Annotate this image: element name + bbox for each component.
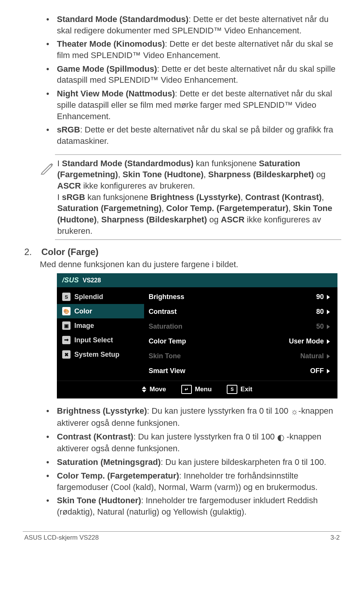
mode-night: Night View Mode (Nattmodus): Dette er de… <box>57 88 341 122</box>
t: Sharpness (Bildeskarphet) <box>101 215 207 224</box>
param-contrast: Contrast (Kontrast): Du kan justere lyss… <box>57 431 341 454</box>
row-contrast[interactable]: Contrast80 <box>148 304 331 319</box>
menu-image[interactable]: ▣Image <box>57 318 144 333</box>
mode-srgb-title: sRGB <box>57 125 80 134</box>
section-2-desc: Med denne funksjonen kan du justere farg… <box>40 260 341 269</box>
input-icon: ⮕ <box>62 336 71 344</box>
mode-standard: Standard Mode (Standardmodus): Dette er … <box>57 14 341 36</box>
section-2-number: 2. <box>23 247 41 257</box>
menu-splendid[interactable]: SSplendid <box>57 290 144 304</box>
t: Contrast (Kontrast) <box>245 192 322 202</box>
footer-menu[interactable]: ↵ Menu <box>181 385 212 394</box>
t: , <box>162 203 166 213</box>
param-colortemp-title: Color Temp. (Fargetemperatur) <box>57 471 179 480</box>
osd-footer: Move ↵ Menu S Exit <box>57 381 337 398</box>
row-contrast-value: 80 <box>316 308 324 316</box>
menu-image-label: Image <box>74 322 94 330</box>
row-brightness-value: 90 <box>316 293 324 301</box>
menu-input-label: Input Select <box>74 336 113 344</box>
row-smart-view[interactable]: Smart ViewOFF <box>148 364 331 378</box>
sun-icon: ☼ <box>291 407 298 416</box>
t: , <box>289 203 293 213</box>
param-saturation-text: : Du kan justere bildeskarpheten fra 0 t… <box>161 457 326 467</box>
mode-night-title: Night View Mode (Nattmodus) <box>57 89 175 98</box>
footer-move-label: Move <box>149 386 166 393</box>
t: Brightness (Lysstyrke) <box>151 192 241 202</box>
param-colortemp: Color Temp. (Fargetemperatur): Inneholde… <box>57 470 341 493</box>
t: Sharpness (Bildeskarphet) <box>208 170 314 179</box>
t: Standard Mode (Standardmodus) <box>62 159 193 168</box>
row-saturation-value: 50 <box>316 323 324 331</box>
asus-logo: /SUS <box>62 276 79 284</box>
row-contrast-label: Contrast <box>149 308 177 316</box>
row-brightness[interactable]: Brightness90 <box>148 290 331 304</box>
contrast-icon: ◐ <box>277 433 284 442</box>
t: sRGB <box>62 192 85 202</box>
footer-move[interactable]: Move <box>142 385 166 394</box>
t: og <box>207 215 221 224</box>
t: Saturation (Fargemetning) <box>57 203 162 213</box>
t: , <box>118 170 122 179</box>
t: ASCR <box>57 181 81 191</box>
t: , <box>322 192 324 202</box>
menu-color[interactable]: 🎨Color <box>57 304 144 318</box>
menu-system-setup[interactable]: ✖System Setup <box>57 347 144 362</box>
row-saturation: Saturation50 <box>148 319 331 334</box>
exit-key-icon: S <box>227 385 237 394</box>
tools-icon: ✖ <box>62 350 71 359</box>
row-color-temp[interactable]: Color TempUser Mode <box>148 334 331 349</box>
palette-icon: 🎨 <box>62 307 71 315</box>
t: ikke konfigureres av brukeren. <box>81 181 195 191</box>
footer-exit-label: Exit <box>240 386 252 393</box>
page-footer: ASUS LCD-skjerm VS228 3-2 <box>23 531 341 547</box>
mode-standard-title: Standard Mode (Standardmodus) <box>57 14 188 24</box>
row-smartview-label: Smart View <box>149 367 185 375</box>
note-box: I Standard Mode (Standardmodus) kan funk… <box>55 154 341 240</box>
footer-exit[interactable]: S Exit <box>227 385 252 394</box>
t: , <box>240 192 245 202</box>
chevron-right-icon <box>327 295 330 299</box>
t: kan funksjonene <box>193 159 259 168</box>
t: I <box>57 159 62 168</box>
param-saturation: Saturation (Metningsgrad): Du kan juster… <box>57 457 341 468</box>
chevron-right-icon <box>327 310 330 314</box>
param-saturation-title: Saturation (Metningsgrad) <box>57 457 161 467</box>
param-brightness: Brightness (Lysstyrke): Du kan justere l… <box>57 405 341 428</box>
page: Standard Mode (Standardmodus): Dette er … <box>0 0 364 551</box>
mode-game-title: Game Mode (Spillmodus) <box>57 64 157 74</box>
chevron-right-icon <box>327 354 330 359</box>
row-skintone-label: Skin Tone <box>149 352 181 360</box>
param-brightness-text1: : Du kan justere lysstyrken fra 0 til 10… <box>147 406 291 416</box>
osd-body: SSplendid 🎨Color ▣Image ⮕Input Select ✖S… <box>57 287 337 381</box>
param-skintone: Skin Tone (Hudtoner): Inneholder tre far… <box>57 495 341 517</box>
menu-system-label: System Setup <box>74 351 119 359</box>
note-line-2: I sRGB kan funksjonene Brightness (Lysst… <box>57 192 339 237</box>
image-icon: ▣ <box>62 321 71 330</box>
row-skin-tone: Skin ToneNatural <box>148 349 331 364</box>
mode-srgb: sRGB: Dette er det beste alternativet nå… <box>57 124 341 146</box>
osd-settings: Brightness90 Contrast80 Saturation50 Col… <box>144 287 337 381</box>
section-2-heading: 2. Color (Farge) <box>23 247 341 257</box>
param-skintone-title: Skin Tone (Hudtoner) <box>57 496 141 505</box>
row-colortemp-value: User Mode <box>289 337 324 345</box>
chevron-right-icon <box>327 339 330 344</box>
note-block: I Standard Mode (Standardmodus) kan funk… <box>40 154 341 240</box>
t: , <box>97 215 101 224</box>
pen-icon <box>40 160 55 176</box>
row-colortemp-label: Color Temp <box>149 337 186 345</box>
t: Skin Tone (Hudtone) <box>122 170 203 179</box>
menu-splendid-label: Splendid <box>74 293 103 301</box>
t: og <box>314 170 326 179</box>
note-line-1: I Standard Mode (Standardmodus) kan funk… <box>57 158 339 192</box>
chevron-right-icon <box>327 324 330 329</box>
menu-input-select[interactable]: ⮕Input Select <box>57 333 144 347</box>
osd-model: VS228 <box>83 277 101 284</box>
row-brightness-label: Brightness <box>149 293 184 301</box>
row-saturation-label: Saturation <box>149 323 182 331</box>
footer-menu-label: Menu <box>195 386 212 393</box>
menu-color-label: Color <box>74 307 92 315</box>
t: Color Temp. (Fargetemperatur) <box>166 203 288 213</box>
mode-list: Standard Mode (Standardmodus): Dette er … <box>23 14 341 147</box>
updown-icon <box>142 386 146 392</box>
chevron-right-icon <box>327 369 330 373</box>
